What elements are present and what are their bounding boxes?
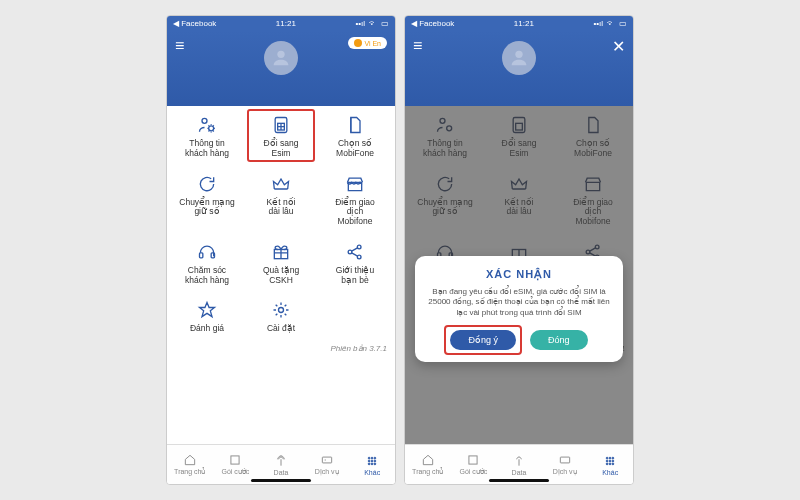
tile-rate[interactable]: Đánh giá xyxy=(171,297,243,336)
antenna-icon xyxy=(512,454,526,469)
menu-icon[interactable]: ≡ xyxy=(175,37,184,55)
tab-other[interactable]: Khác xyxy=(587,445,633,484)
status-back[interactable]: ◀ Facebook xyxy=(173,19,216,28)
status-time: 11:21 xyxy=(276,19,296,28)
svg-point-10 xyxy=(357,255,361,259)
tab-other[interactable]: Khác xyxy=(349,445,395,484)
status-bar: ◀ Facebook 11:21 ••ıl ᯤ ▭ xyxy=(167,16,395,31)
grid-icon xyxy=(365,454,379,469)
battery-icon: ▭ xyxy=(619,19,627,28)
tab-home[interactable]: Trang chủ xyxy=(405,445,451,484)
modal-body: Bạn đang yêu cầu đổi eSIM, giá cước đổi … xyxy=(425,287,613,318)
phone-left: ◀ Facebook 11:21 ••ıl ᯤ ▭ ≡ Vi En Thông … xyxy=(166,15,396,485)
tile-choose-number[interactable]: Chọn sốMobiFone xyxy=(319,112,391,161)
store-icon xyxy=(345,173,365,195)
crown-icon xyxy=(271,173,291,195)
wifi-icon: ᯤ xyxy=(369,19,377,28)
tile-label: Kết nốidài lâu xyxy=(266,198,295,218)
tile-care[interactable]: Chăm sóckhách hàng xyxy=(171,239,243,288)
package-icon xyxy=(466,453,480,468)
tile-share[interactable]: Giới thiệubạn bè xyxy=(319,239,391,288)
tile-label: Đánh giá xyxy=(190,324,224,334)
status-bar: ◀ Facebook 11:21 ••ıl ᯤ ▭ xyxy=(405,16,633,31)
svg-point-20 xyxy=(368,463,370,465)
svg-point-23 xyxy=(515,51,522,58)
svg-point-41 xyxy=(609,460,611,462)
tile-label: Chọn sốMobiFone xyxy=(336,139,374,159)
svg-point-40 xyxy=(606,460,608,462)
svg-point-39 xyxy=(612,457,614,459)
package-icon xyxy=(228,453,242,468)
tile-stores[interactable]: Điểm giaodịchMobifone xyxy=(319,171,391,229)
svg-point-38 xyxy=(609,457,611,459)
svg-point-8 xyxy=(348,250,352,254)
svg-point-11 xyxy=(279,308,284,313)
wifi-icon: ᯤ xyxy=(607,19,615,28)
antenna-icon xyxy=(274,454,288,469)
app-header: ≡ ✕ xyxy=(405,31,633,106)
status-back[interactable]: ◀ Facebook xyxy=(411,19,454,28)
stage: ◀ Facebook 11:21 ••ıl ᯤ ▭ ≡ Vi En Thông … xyxy=(0,0,800,500)
home-icon xyxy=(183,453,197,468)
tile-label: Giới thiệubạn bè xyxy=(336,266,374,286)
signal-icon: ••ıl xyxy=(593,19,603,28)
tile-label: Điểm giaodịchMobifone xyxy=(335,198,375,227)
status-time: 11:21 xyxy=(514,19,534,28)
tile-label: Chăm sóckhách hàng xyxy=(185,266,229,286)
svg-rect-5 xyxy=(200,253,203,258)
svg-point-17 xyxy=(368,460,370,462)
svg-rect-13 xyxy=(322,457,331,463)
app-header: ≡ Vi En xyxy=(167,31,395,106)
svg-point-44 xyxy=(609,463,611,465)
share-icon xyxy=(345,241,365,263)
svg-point-19 xyxy=(374,460,376,462)
home-indicator xyxy=(489,479,549,482)
grid-icon xyxy=(603,454,617,469)
headset-icon xyxy=(197,241,217,263)
home-icon xyxy=(421,453,435,468)
star-icon xyxy=(197,299,217,321)
agree-button[interactable]: Đồng ý xyxy=(450,330,516,350)
tile-customer-info[interactable]: Thông tinkhách hàng xyxy=(171,112,243,161)
tile-settings[interactable]: Cài đặt xyxy=(245,297,317,336)
menu-icon[interactable]: ≡ xyxy=(413,37,422,55)
tile-label: Quà tặngCSKH xyxy=(263,266,299,286)
tab-bar: Trang chủ Gói cước Data Dịch vụ Khác xyxy=(405,444,633,484)
svg-point-21 xyxy=(371,463,373,465)
modal-buttons: Đồng ý Đóng xyxy=(450,330,587,350)
svg-rect-6 xyxy=(211,253,214,258)
sim-icon xyxy=(271,114,291,136)
svg-point-37 xyxy=(606,457,608,459)
screen-body: Thông tinkhách hàng Đổi sangEsim Chọn số… xyxy=(167,106,395,444)
tile-gifts[interactable]: Quà tặngCSKH xyxy=(245,239,317,288)
close-button[interactable]: Đóng xyxy=(530,330,588,350)
tile-keep-number[interactable]: Chuyển mạnggiữ số xyxy=(171,171,243,229)
modal-title: XÁC NHẬN xyxy=(486,268,552,281)
tab-services[interactable]: Dịch vụ xyxy=(542,445,588,484)
battery-icon: ▭ xyxy=(381,19,389,28)
close-icon[interactable]: ✕ xyxy=(612,37,625,56)
language-toggle[interactable]: Vi En xyxy=(348,37,387,49)
svg-point-18 xyxy=(371,460,373,462)
tab-bar: Trang chủ Gói cước Data Dịch vụ Khác xyxy=(167,444,395,484)
status-right: ••ıl ᯤ ▭ xyxy=(593,19,627,28)
tab-home[interactable]: Trang chủ xyxy=(167,445,213,484)
svg-rect-35 xyxy=(469,456,477,464)
tile-label: Thông tinkhách hàng xyxy=(185,139,229,159)
tile-label: Đổi sangEsim xyxy=(264,139,299,159)
tile-label: Chuyển mạnggiữ số xyxy=(179,198,234,218)
tile-switch-esim[interactable]: Đổi sangEsim xyxy=(245,112,317,161)
sim-outline-icon xyxy=(345,114,365,136)
avatar[interactable] xyxy=(264,41,298,75)
svg-point-9 xyxy=(357,245,361,249)
svg-rect-36 xyxy=(560,457,569,463)
svg-point-22 xyxy=(374,463,376,465)
signal-icon: ••ıl xyxy=(355,19,365,28)
avatar[interactable] xyxy=(502,41,536,75)
card-icon xyxy=(320,453,334,468)
version-label: Phiên bản 3.7.1 xyxy=(167,342,395,353)
confirm-modal: XÁC NHẬN Bạn đang yêu cầu đổi eSIM, giá … xyxy=(415,256,623,362)
card-icon xyxy=(558,453,572,468)
tab-services[interactable]: Dịch vụ xyxy=(304,445,350,484)
tile-long-connect[interactable]: Kết nốidài lâu xyxy=(245,171,317,229)
